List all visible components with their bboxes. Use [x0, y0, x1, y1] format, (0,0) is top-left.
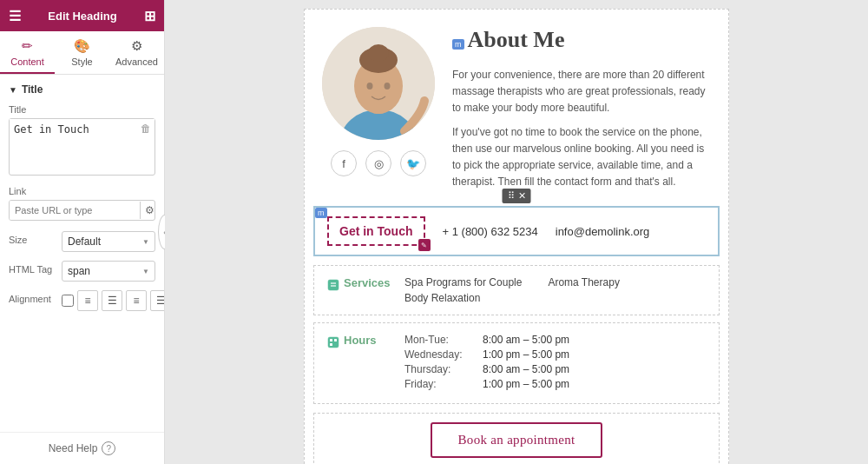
title-textarea[interactable]: Get in Touch — [10, 119, 155, 171]
services-svg — [326, 278, 340, 292]
services-icon — [326, 276, 344, 304]
contact-toolbar-move[interactable]: ⠿ — [508, 190, 515, 202]
html-tag-select-wrap: span h1 h2 h3 p div — [62, 261, 155, 282]
hours-label: Hours — [344, 334, 404, 393]
collapse-arrow[interactable]: ▼ — [9, 85, 17, 95]
html-tag-label: HTML Tag — [9, 264, 56, 275]
hours-section: Hours Mon-Tue: 8:00 am – 5:00 pm Wednesd… — [313, 322, 720, 404]
contact-email: info@demolink.org — [556, 225, 650, 238]
size-field-row: Size Default Small Medium Large — [9, 231, 155, 252]
hours-time-0: 8:00 am – 5:00 pm — [483, 334, 569, 346]
panel-body: ▼ Title Title Get in Touch 🗑 Link ⚙ 🗑 — [0, 75, 164, 432]
facebook-icon[interactable]: f — [331, 150, 357, 176]
title-field-group: Title Get in Touch 🗑 — [9, 104, 155, 176]
profile-area: f ◎ 🐦 m About Me For your convenience, t… — [305, 10, 728, 206]
svg-rect-8 — [328, 280, 339, 290]
need-help-label: Need Help — [49, 442, 98, 454]
contact-toolbar-close[interactable]: ✕ — [518, 190, 526, 202]
main-content: f ◎ 🐦 m About Me For your convenience, t… — [165, 0, 868, 464]
profile-image — [322, 27, 435, 140]
size-select[interactable]: Default Small Medium Large — [62, 231, 155, 252]
profile-text: m About Me For your convenience, there a… — [452, 27, 711, 197]
about-title: About Me — [468, 27, 565, 53]
link-input[interactable] — [10, 201, 140, 220]
svg-rect-13 — [334, 339, 337, 341]
service-item-2: Body Relaxation — [404, 292, 480, 304]
book-button-wrap: Book an appointment — [313, 413, 720, 464]
page-canvas: f ◎ 🐦 m About Me For your convenience, t… — [304, 9, 729, 464]
twitter-icon[interactable]: 🐦 — [400, 150, 426, 176]
panel-title: Edit Heading — [48, 10, 116, 23]
clear-title-button[interactable]: 🗑 — [141, 123, 151, 135]
size-label: Size — [9, 235, 56, 245]
html-tag-row: HTML Tag span h1 h2 h3 p div — [9, 261, 155, 282]
hours-svg — [326, 335, 340, 349]
social-icons: f ◎ 🐦 — [331, 150, 426, 176]
hamburger-icon[interactable]: ☰ — [9, 8, 21, 24]
hours-row-1: Wednesday: 1:00 pm – 5:00 pm — [404, 348, 707, 361]
hours-table: Mon-Tue: 8:00 am – 5:00 pm Wednesday: 1:… — [404, 334, 707, 390]
hours-row-0: Mon-Tue: 8:00 am – 5:00 pm — [404, 334, 707, 346]
book-appointment-button[interactable]: Book an appointment — [431, 422, 603, 458]
svg-point-5 — [368, 44, 389, 62]
need-help-row: Need Help ? — [0, 432, 164, 464]
profile-left: f ◎ 🐦 — [322, 27, 435, 176]
align-justify-button[interactable]: ☰ — [150, 290, 164, 311]
about-para-2: If you've got no time to book the servic… — [452, 124, 711, 191]
tabs-row: ✏ Content 🎨 Style ⚙ Advanced — [0, 31, 164, 75]
hours-time-2: 8:00 am – 5:00 pm — [483, 363, 569, 375]
title-input-wrap: Get in Touch 🗑 — [9, 118, 155, 176]
hours-day-2: Thursday: — [404, 363, 474, 375]
hours-row-3: Friday: 1:00 pm – 5:00 pm — [404, 378, 707, 390]
hours-time-1: 1:00 pm – 5:00 pm — [483, 348, 569, 361]
svg-rect-14 — [330, 343, 332, 346]
link-row: ⚙ 🗑 — [9, 200, 155, 221]
link-field-group: Link ⚙ 🗑 — [9, 186, 155, 221]
svg-point-6 — [367, 83, 373, 89]
services-label: Services — [344, 276, 404, 304]
align-center-button[interactable]: ☰ — [102, 290, 122, 311]
tab-content[interactable]: ✏ Content — [0, 31, 55, 74]
alignment-row: Alignment ≡ ☰ ≡ ☰ — [9, 290, 155, 311]
tab-style[interactable]: 🎨 Style — [55, 31, 109, 74]
contact-section: ⠿ ✕ m Get in Touch ✎ + 1 (800) 632 5234 … — [305, 206, 728, 256]
link-icons: ⚙ 🗑 — [140, 202, 155, 219]
hours-day-1: Wednesday: — [404, 348, 474, 361]
contact-edit-icon[interactable]: ✎ — [418, 239, 431, 251]
left-panel: ☰ Edit Heading ⊞ ✏ Content 🎨 Style ⚙ Adv… — [0, 0, 165, 464]
hours-icon — [326, 334, 344, 393]
title-field-label: Title — [9, 104, 155, 115]
advanced-icon: ⚙ — [131, 38, 142, 54]
hours-day-3: Friday: — [404, 378, 474, 390]
services-section: Services Spa Programs for Couple Aroma T… — [313, 265, 720, 315]
style-icon: 🎨 — [74, 38, 90, 54]
contact-module-badge: m — [315, 208, 327, 218]
alignment-label: Alignment — [9, 294, 56, 304]
align-right-button[interactable]: ≡ — [126, 290, 147, 311]
alignment-checkbox[interactable] — [62, 295, 74, 307]
person-svg — [322, 27, 435, 140]
align-buttons: ≡ ☰ ≡ ☰ — [77, 290, 164, 311]
section-title-row: ▼ Title — [9, 83, 155, 96]
svg-rect-12 — [330, 339, 332, 341]
html-tag-select[interactable]: span h1 h2 h3 p div — [62, 261, 155, 282]
align-left-button[interactable]: ≡ — [77, 290, 98, 311]
contact-phone: + 1 (800) 632 5234 — [443, 225, 538, 238]
about-para-1: For your convenience, there are more tha… — [452, 67, 711, 117]
hours-time-3: 1:00 pm – 5:00 pm — [483, 378, 569, 390]
grid-icon[interactable]: ⊞ — [144, 8, 155, 24]
hours-content: Mon-Tue: 8:00 am – 5:00 pm Wednesday: 1:… — [404, 334, 707, 393]
about-title-row: m About Me — [452, 27, 711, 62]
contact-label-block: Get in Touch ✎ — [327, 216, 425, 246]
link-settings-icon[interactable]: ⚙ — [145, 204, 155, 216]
help-icon[interactable]: ? — [102, 441, 115, 455]
svg-point-7 — [385, 83, 391, 89]
top-bar: ☰ Edit Heading ⊞ — [0, 0, 164, 31]
hours-row-2: Thursday: 8:00 am – 5:00 pm — [404, 363, 707, 375]
tab-advanced[interactable]: ⚙ Advanced — [109, 31, 164, 74]
services-content: Spa Programs for Couple Aroma Therapy Bo… — [404, 276, 707, 304]
service-item-1: Aroma Therapy — [548, 276, 619, 288]
instagram-icon[interactable]: ◎ — [365, 150, 391, 176]
link-field-label: Link — [9, 186, 155, 196]
contact-box: ⠿ ✕ m Get in Touch ✎ + 1 (800) 632 5234 … — [313, 206, 720, 256]
